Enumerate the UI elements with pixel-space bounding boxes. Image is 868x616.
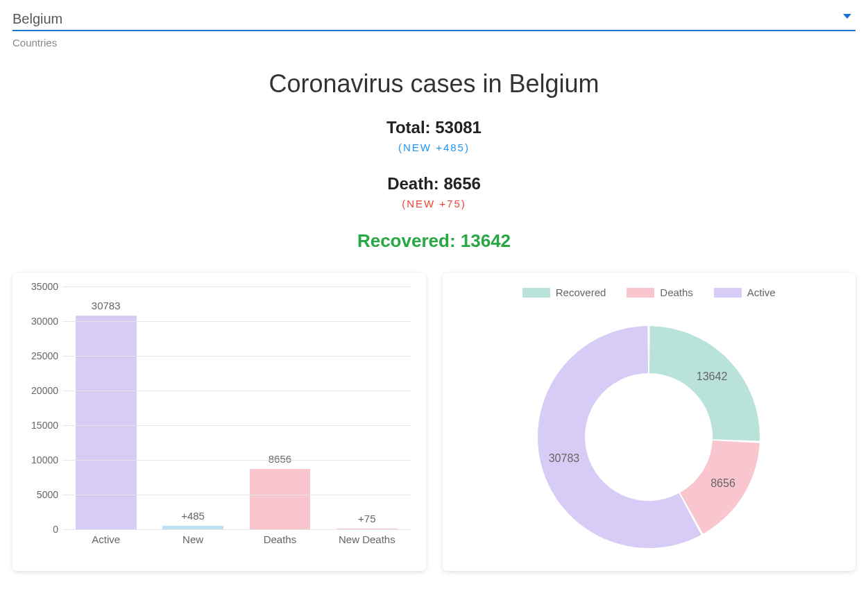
gridline <box>62 321 411 322</box>
bar-slot: +75 <box>323 286 410 529</box>
country-select[interactable]: Belgium <box>12 7 856 31</box>
bar-value-label: 8656 <box>237 453 323 465</box>
bar-slot: +485 <box>149 286 236 529</box>
gridline <box>62 460 411 461</box>
bar <box>250 469 311 529</box>
bar-slot: 8656 <box>237 286 323 529</box>
donut-slice <box>649 326 760 440</box>
legend-label: Active <box>747 286 776 298</box>
donut-chart: 13642865630783 <box>510 305 788 555</box>
death-new: (NEW +75) <box>12 198 856 209</box>
y-tick: 0 <box>21 524 58 535</box>
y-tick: 10000 <box>21 454 58 465</box>
gridline <box>62 391 411 391</box>
country-select-label: Countries <box>12 37 856 49</box>
bar-chart-card: 05000100001500020000250003000035000 3078… <box>12 273 426 571</box>
legend-label: Deaths <box>660 286 693 298</box>
gridline <box>62 425 411 426</box>
gridline <box>62 286 411 287</box>
bar <box>76 316 137 529</box>
donut-slice-label: 13642 <box>697 370 728 382</box>
recovered-cases: Recovered: 13642 <box>12 230 856 252</box>
total-cases: Total: 53081 <box>12 118 856 137</box>
gridline <box>62 356 411 357</box>
country-select-value: Belgium <box>12 11 62 26</box>
y-tick: 35000 <box>21 281 58 292</box>
summary-stats: Total: 53081 (NEW +485) Death: 8656 (NEW… <box>12 118 856 252</box>
page-title: Coronavirus cases in Belgium <box>12 69 856 99</box>
x-label: New Deaths <box>323 533 410 550</box>
y-tick: 30000 <box>21 316 58 327</box>
bar-value-label: 30783 <box>62 300 149 311</box>
donut-slice-label: 30783 <box>549 452 580 464</box>
legend-item[interactable]: Recovered <box>522 286 606 298</box>
donut-legend: RecoveredDeathsActive <box>451 286 848 298</box>
donut-slice-label: 8656 <box>710 477 735 489</box>
x-label: New <box>149 533 236 550</box>
y-tick: 20000 <box>21 385 58 396</box>
y-tick: 5000 <box>21 489 58 500</box>
y-tick: 15000 <box>21 420 58 431</box>
bar-value-label: +75 <box>323 513 410 524</box>
death-cases: Death: 8656 <box>12 174 856 194</box>
gridline <box>62 529 411 530</box>
bar-value-label: +485 <box>149 510 236 522</box>
bar-chart: 05000100001500020000250003000035000 3078… <box>21 286 418 550</box>
legend-item[interactable]: Deaths <box>627 286 693 298</box>
x-label: Active <box>62 533 149 550</box>
y-tick: 25000 <box>21 350 58 361</box>
chevron-down-icon <box>843 14 851 19</box>
donut-chart-card: RecoveredDeathsActive 13642865630783 <box>443 273 856 571</box>
legend-swatch <box>627 288 654 298</box>
legend-swatch <box>714 288 742 298</box>
legend-item[interactable]: Active <box>714 286 776 298</box>
x-label: Deaths <box>237 533 323 550</box>
bar-slot: 30783 <box>62 286 149 529</box>
total-new: (NEW +485) <box>12 142 856 153</box>
legend-swatch <box>522 288 550 298</box>
legend-label: Recovered <box>556 286 606 298</box>
gridline <box>62 495 411 495</box>
